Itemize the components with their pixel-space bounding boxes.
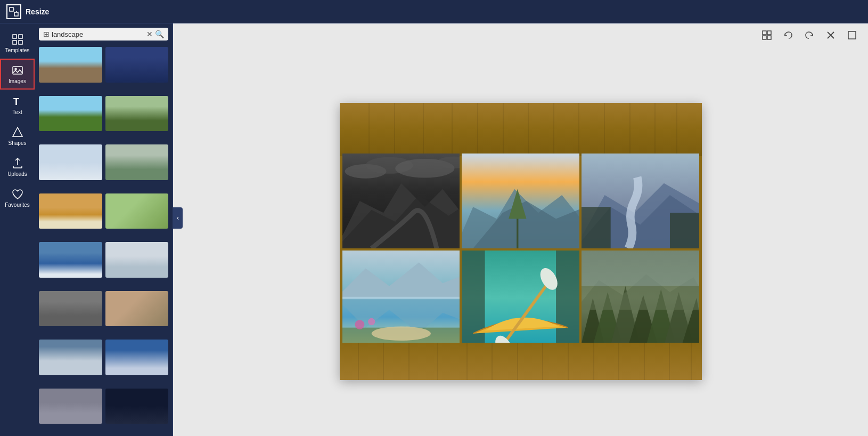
sidebar-item-shapes[interactable]: Shapes [0, 120, 35, 151]
wood-bottom-panel [340, 343, 702, 380]
svg-rect-14 [767, 31, 771, 35]
photo-grid [342, 154, 699, 345]
heart-icon [11, 188, 24, 200]
svg-rect-19 [848, 31, 856, 39]
svg-rect-0 [10, 7, 13, 11]
photo-cell-1[interactable] [342, 154, 460, 248]
top-bar: Resize [0, 0, 868, 23]
photo-cell-2[interactable] [462, 154, 579, 248]
svg-marker-11 [13, 127, 22, 136]
svg-rect-47 [556, 251, 579, 345]
thumbnail-item[interactable] [105, 144, 169, 180]
svg-point-44 [371, 326, 430, 341]
photo-cell-3[interactable] [582, 154, 699, 248]
canvas-toolbar [173, 23, 868, 47]
svg-rect-35 [582, 207, 611, 248]
text-icon: T [11, 95, 24, 108]
svg-rect-5 [19, 35, 22, 38]
collapse-panel-toggle[interactable]: ‹ [173, 207, 183, 229]
svg-rect-1 [14, 12, 18, 16]
search-submit-icon[interactable]: 🔍 [155, 30, 164, 38]
canvas-container[interactable] [173, 47, 868, 436]
svg-point-9 [15, 68, 17, 70]
photo-cell-6[interactable] [582, 251, 699, 345]
thumbnail-item[interactable] [105, 47, 169, 83]
grid-icon [11, 33, 24, 46]
sidebar-templates-label: Templates [5, 47, 30, 53]
clear-search-icon[interactable]: ✕ [146, 30, 153, 38]
thumbnail-item[interactable] [39, 242, 102, 278]
wood-grain-overlay-bottom [340, 343, 702, 380]
search-input[interactable] [52, 30, 144, 38]
sidebar-item-uploads[interactable]: Uploads [0, 151, 35, 182]
thumbnail-item[interactable] [105, 96, 169, 132]
wood-grain-overlay [340, 103, 702, 156]
redo-button[interactable] [802, 28, 817, 43]
sidebar-item-text[interactable]: T Text [0, 90, 35, 120]
thumbnail-item[interactable] [39, 47, 102, 83]
thumbnail-item[interactable] [105, 291, 169, 327]
photo-cell-5[interactable] [462, 251, 579, 345]
sidebar-images-label: Images [9, 78, 26, 84]
svg-point-43 [368, 318, 375, 325]
svg-text:T: T [13, 96, 19, 107]
svg-rect-16 [767, 36, 771, 39]
svg-rect-40 [342, 297, 460, 299]
thumbnail-item[interactable] [39, 389, 102, 424]
upload-icon [11, 157, 24, 169]
wood-top-panel [340, 103, 702, 156]
app-title: Resize [26, 7, 49, 16]
sidebar-item-images[interactable]: Images [0, 59, 35, 90]
image-icon [11, 64, 24, 77]
photo-cell-4[interactable] [342, 251, 460, 345]
resize-button[interactable] [6, 4, 21, 19]
sidebar-uploads-label: Uploads [7, 171, 27, 177]
canvas-area [173, 23, 868, 436]
sidebar-shapes-label: Shapes [9, 140, 27, 146]
search-bar: ⊞ ✕ 🔍 [39, 28, 168, 41]
thumbnail-item[interactable] [39, 340, 102, 375]
thumbnail-item[interactable] [39, 193, 102, 229]
sidebar-favourites-label: Favourites [5, 202, 30, 208]
search-panel: ⊞ ✕ 🔍 [35, 23, 173, 436]
svg-rect-6 [13, 41, 17, 44]
thumbnail-item[interactable] [39, 96, 102, 132]
close-canvas-button[interactable] [823, 28, 838, 43]
filter-icon[interactable]: ⊞ [43, 30, 50, 38]
thumbnail-item[interactable] [105, 242, 169, 278]
svg-rect-13 [763, 31, 766, 35]
sidebar-item-templates[interactable]: Templates [0, 28, 35, 59]
thumbnail-item[interactable] [105, 389, 169, 424]
collage-frame [340, 103, 702, 380]
svg-rect-60 [582, 251, 699, 286]
expand-button[interactable] [845, 28, 859, 43]
svg-point-42 [355, 320, 364, 329]
svg-rect-36 [670, 213, 699, 248]
undo-button[interactable] [781, 28, 796, 43]
grid-view-button[interactable] [759, 28, 774, 43]
sidebar-item-favourites[interactable]: Favourites [0, 182, 35, 213]
image-grid [35, 45, 173, 436]
sidebar-text-label: Text [12, 109, 22, 115]
thumbnail-item[interactable] [39, 291, 102, 327]
thumbnail-item[interactable] [39, 144, 102, 180]
main-layout: Templates Images T Text Shapes [0, 23, 868, 436]
sidebar: Templates Images T Text Shapes [0, 23, 35, 436]
thumbnail-item[interactable] [105, 193, 169, 229]
svg-rect-4 [13, 35, 17, 38]
svg-rect-15 [763, 36, 766, 39]
svg-rect-7 [19, 41, 22, 44]
shapes-icon [11, 126, 24, 139]
thumbnail-item[interactable] [105, 340, 169, 375]
